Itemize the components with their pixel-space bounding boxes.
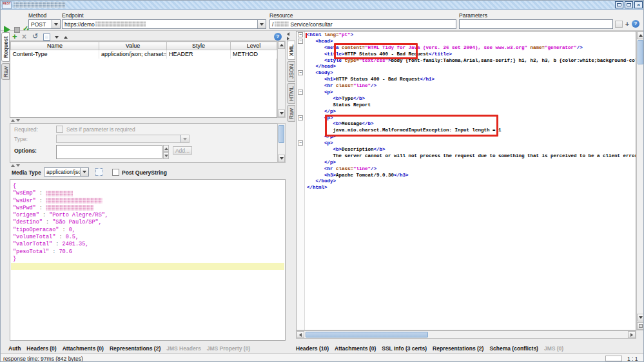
bottom-tab-representations-2[interactable]: Representations (2) — [433, 345, 483, 352]
table-row[interactable]: Content-Typeapplication/json; charset=ut… — [11, 50, 277, 59]
type-dropdown[interactable] — [56, 135, 190, 143]
options-list[interactable] — [56, 145, 162, 159]
fold-marker-icon[interactable]: − — [298, 32, 303, 37]
scroll-left-icon[interactable] — [297, 331, 304, 338]
resource-redacted — [275, 21, 289, 27]
bottom-tab-attachments-0[interactable]: Attachments (0) — [335, 345, 376, 352]
code-token-attr: name= — [527, 45, 545, 50]
scrollbar-thumb[interactable] — [306, 332, 428, 338]
window-titlebar[interactable]: REST × — [1, 1, 644, 10]
side-tab-json[interactable]: JSON — [287, 61, 295, 82]
bottom-tab-headers-0[interactable]: Headers (0) — [26, 345, 56, 352]
add-option-button[interactable]: Add... — [173, 146, 192, 155]
status-bar: response time: 97ms (842 bytes) 1 : 1 — [1, 353, 644, 362]
move-param-up-icon[interactable] — [64, 36, 68, 39]
fold-marker-icon[interactable]: − — [298, 140, 303, 146]
response-bottom-tabs: Headers (10)Attachments (0)SSL Info (3 c… — [296, 344, 563, 352]
media-type-dropdown-arrow-icon[interactable] — [80, 168, 88, 176]
code-indent — [307, 115, 324, 120]
bottom-tab-attachments-0[interactable]: Attachments (0) — [63, 345, 104, 352]
resource-field[interactable]: / Service/consultar — [269, 19, 456, 29]
response-h-scrollbar[interactable] — [296, 330, 636, 339]
scroll-down-icon[interactable] — [637, 314, 644, 321]
update-params-icon[interactable] — [615, 21, 623, 28]
options-spin-up-icon[interactable] — [163, 145, 169, 152]
params-table-header: NameValueStyleLevel — [11, 42, 277, 50]
bottom-tab-jms-0[interactable]: JMS (0) — [544, 345, 563, 352]
bottom-tab-auth[interactable]: Auth — [8, 345, 21, 352]
media-type-dropdown[interactable]: application/json — [44, 167, 89, 176]
scrollbar-thumb[interactable] — [638, 40, 643, 64]
table-cell: Content-Type — [11, 50, 99, 59]
method-dropdown-arrow-icon[interactable] — [52, 20, 60, 28]
request-body-editor[interactable]: {"wsEmp" : "wsUsr" : "wsPwd" : "origem" … — [10, 179, 286, 341]
code-indent — [307, 160, 324, 165]
param-details-scrollbar[interactable] — [277, 123, 286, 163]
code-token-val: "generator" — [545, 45, 577, 50]
fold-marker-icon[interactable]: − — [298, 39, 303, 44]
side-tab-label: Request — [3, 36, 9, 58]
response-editor[interactable]: −−−−−− <html lang="pt"> <head> <meta con… — [296, 31, 636, 330]
code-indent — [307, 45, 324, 50]
side-tab-html[interactable]: HTML — [287, 83, 295, 104]
fold-marker-icon[interactable]: − — [298, 115, 303, 120]
code-token-tag: <h1> — [324, 77, 336, 82]
required-checkbox[interactable] — [56, 126, 63, 133]
bottom-tab-headers-10[interactable]: Headers (10) — [296, 345, 329, 352]
minimize-button[interactable] — [615, 1, 623, 8]
bottom-tab-representations-2[interactable]: Representations (2) — [110, 345, 161, 352]
highlighted-line — [11, 263, 284, 270]
code-token-val: "line" — [353, 166, 371, 171]
fold-marker-icon[interactable]: − — [298, 90, 303, 95]
bottom-tab-jms-property-0[interactable]: JMS Property (0) — [207, 345, 251, 352]
response-v-scrollbar[interactable] — [636, 31, 644, 330]
endpoint-combo[interactable]: https://demo — [62, 19, 266, 29]
post-querystring-checkbox[interactable] — [112, 169, 119, 176]
scrollbar-thumb[interactable] — [278, 125, 284, 143]
splitter-collapse-arrows[interactable] — [11, 164, 20, 167]
column-header-value[interactable]: Value — [99, 42, 167, 50]
editor-corner-icon[interactable] — [637, 322, 644, 330]
scroll-right-icon[interactable] — [628, 331, 636, 338]
side-tab-raw[interactable]: Raw — [287, 105, 295, 122]
bottom-tab-schema-conflicts[interactable]: Schema (conflicts) — [489, 345, 538, 352]
help-icon[interactable]: ? — [632, 20, 639, 28]
method-dropdown[interactable]: POST — [28, 19, 61, 29]
code-token-tag: <html — [307, 32, 322, 37]
scroll-up-icon[interactable] — [278, 41, 285, 49]
add-parameter-icon[interactable]: + — [12, 33, 17, 41]
side-tab-request[interactable]: Request — [1, 32, 10, 62]
move-param-down-icon[interactable] — [55, 36, 59, 39]
delete-parameter-icon[interactable]: × — [22, 33, 26, 41]
column-header-name[interactable]: Name — [11, 42, 99, 50]
revert-parameters-icon[interactable]: ↺ — [32, 32, 38, 40]
close-button[interactable]: × — [634, 1, 643, 8]
bottom-tab-ssl-info-3-certs[interactable]: SSL Info (3 certs) — [382, 345, 427, 352]
type-dropdown-arrow-icon[interactable] — [181, 135, 189, 142]
panel-splitter-arrows[interactable] — [287, 32, 289, 41]
code-token-tag: <hr — [324, 166, 333, 171]
json-body-line: "wsEmp" : — [10, 190, 285, 197]
media-type-options-icon[interactable] — [95, 168, 103, 176]
column-header-level[interactable]: Level — [231, 42, 277, 50]
params-help-icon[interactable]: ? — [274, 33, 282, 41]
params-table-scrollbar[interactable] — [277, 41, 286, 118]
column-header-style[interactable]: Style — [167, 42, 231, 50]
restore-button[interactable] — [625, 1, 633, 8]
add-param-icon[interactable]: + — [624, 20, 630, 28]
json-body-line: } — [10, 256, 285, 263]
fold-marker-icon[interactable]: − — [298, 70, 303, 75]
endpoint-dropdown-arrow-icon[interactable] — [257, 20, 266, 28]
scroll-down-icon[interactable] — [278, 110, 285, 117]
bottom-tab-jms-headers[interactable]: JMS Headers — [166, 345, 200, 352]
code-token-tag: </body> — [316, 178, 337, 184]
json-key: "origem" — [13, 212, 39, 218]
parameters-field[interactable] — [459, 19, 613, 29]
options-spin-down-icon[interactable] — [163, 152, 169, 159]
side-tab-raw[interactable]: Raw — [1, 63, 10, 80]
scroll-down-icon[interactable] — [278, 155, 285, 162]
side-tab-xml[interactable]: XML — [287, 41, 295, 60]
parameter-grid-icon[interactable] — [43, 33, 50, 41]
scroll-up-icon[interactable] — [637, 32, 644, 39]
splitter-collapse-arrows[interactable] — [11, 119, 20, 122]
